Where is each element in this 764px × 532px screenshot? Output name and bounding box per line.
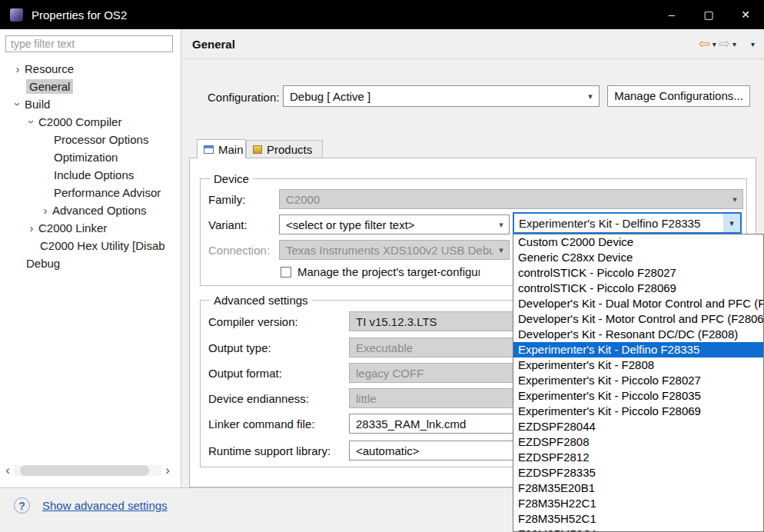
- tree-item-label: Optimization: [54, 151, 118, 164]
- dropdown-option[interactable]: Experimenter's Kit - Piccolo F28027: [513, 373, 763, 388]
- dropdown-option[interactable]: F28M35H52C1: [513, 511, 763, 527]
- manage-configurations-button[interactable]: Manage Configurations...: [607, 85, 750, 107]
- show-advanced-settings-link[interactable]: Show advanced settings: [42, 499, 168, 512]
- back-menu-caret-icon[interactable]: ▾: [713, 40, 716, 48]
- output-type-label: Output type:: [208, 341, 271, 354]
- tree-item-debug[interactable]: Debug: [0, 254, 180, 272]
- dropdown-option[interactable]: Developer's Kit - Dual Motor Control and…: [513, 296, 763, 311]
- scroll-right-icon[interactable]: ›: [161, 463, 174, 478]
- tab-main[interactable]: Main: [197, 139, 246, 158]
- maximize-button[interactable]: ▢: [690, 0, 727, 29]
- app-icon: [10, 8, 23, 22]
- dropdown-option[interactable]: Generic C28xx Device: [513, 250, 763, 265]
- dropdown-option[interactable]: Developer's Kit - Motor Control and PFC …: [513, 311, 763, 327]
- dropdown-option[interactable]: controlSTICK - Piccolo F28069: [513, 281, 763, 296]
- device-group-title: Device: [210, 172, 253, 185]
- connection-value: Texas Instruments XDS100v2 USB Debug Pro…: [280, 244, 493, 257]
- dropdown-option[interactable]: Experimenter's Kit - Piccolo F28069: [513, 404, 763, 419]
- device-endianness-label: Device endianness:: [208, 392, 309, 405]
- dropdown-option[interactable]: Experimenter's Kit - Piccolo F28035: [513, 388, 763, 404]
- configuration-select[interactable]: Debug [ Active ] ▾: [283, 85, 600, 107]
- page-title: General: [192, 38, 235, 51]
- forward-arrow-icon[interactable]: ⇨: [719, 37, 730, 51]
- window-title: Properties for OS2: [32, 8, 127, 22]
- manage-target-config-label: Manage the project's target-configuratio…: [297, 265, 480, 278]
- tree-item-label: Advanced Options: [52, 204, 147, 217]
- tree-item-label: Build: [25, 98, 50, 111]
- dropdown-option[interactable]: controlSTICK - Piccolo F28027: [513, 265, 763, 281]
- sidebar-horizontal-scrollbar[interactable]: ‹ ›: [2, 461, 174, 480]
- tab-label: Products: [267, 143, 312, 156]
- tree-item-c2000-linker[interactable]: › C2000 Linker: [0, 219, 180, 237]
- family-select: C2000 ▾: [279, 189, 743, 209]
- chevron-right-icon[interactable]: ›: [38, 204, 52, 217]
- tree-item-label: C2000 Hex Utility [Disab: [40, 239, 165, 252]
- tree-item-c2000-compiler[interactable]: › C2000 Compiler: [0, 113, 180, 131]
- titlebar: Properties for OS2 – ▢ ✕: [0, 0, 764, 29]
- runtime-support-library-label: Runtime support library:: [208, 444, 331, 457]
- variant-value: Experimenter's Kit - Delfino F28335: [514, 217, 723, 230]
- configuration-label: Configuration:: [208, 91, 279, 104]
- tree-item-resource[interactable]: › Resource: [0, 60, 180, 78]
- tree-item-label: General: [26, 79, 73, 94]
- scrollbar-track[interactable]: [14, 465, 161, 476]
- variant-select[interactable]: Experimenter's Kit - Delfino F28335 ▾: [513, 212, 742, 234]
- dropdown-option[interactable]: Custom C2000 Device: [513, 234, 763, 250]
- scroll-left-icon[interactable]: ‹: [2, 463, 14, 478]
- chevron-down-icon[interactable]: ▾: [582, 91, 599, 101]
- filter-input[interactable]: [5, 35, 173, 52]
- tree-item-general[interactable]: General: [0, 78, 180, 95]
- view-menu-caret-icon[interactable]: ▾: [751, 40, 755, 48]
- chevron-down-icon[interactable]: ›: [12, 98, 25, 111]
- tree-item-label: Performance Advisor: [54, 186, 161, 199]
- connection-label: Connection:: [208, 244, 270, 257]
- minimize-button[interactable]: –: [653, 0, 690, 29]
- dropdown-option[interactable]: EZDSPF28335: [513, 465, 763, 480]
- tree-item-build[interactable]: › Build: [0, 95, 180, 113]
- manage-target-config-checkbox[interactable]: [281, 267, 291, 278]
- advanced-settings-title: Advanced settings: [210, 294, 312, 307]
- variant-filter-value: <select or type filter text>: [280, 218, 493, 231]
- products-icon: [253, 145, 262, 154]
- forward-menu-caret-icon[interactable]: ▾: [732, 40, 736, 48]
- tab-products[interactable]: Products: [246, 140, 323, 158]
- connection-select: Texas Instruments XDS100v2 USB Debug Pro…: [279, 240, 510, 260]
- dropdown-option[interactable]: F28M35M52C1: [513, 527, 763, 532]
- dropdown-option-selected[interactable]: Experimenter's Kit - Delfino F28335: [513, 342, 763, 357]
- tree-item-performance-advisor[interactable]: Performance Advisor: [0, 184, 180, 201]
- dropdown-option[interactable]: Developer's Kit - Resonant DC/DC (F2808): [513, 327, 763, 342]
- sidebar: › Resource General › Build › C2000 Compi…: [0, 29, 181, 487]
- variant-filter-select[interactable]: <select or type filter text> ▾: [279, 214, 510, 234]
- dropdown-option[interactable]: EZDSPF2812: [513, 450, 763, 465]
- dropdown-option[interactable]: EZDSPF28044: [513, 419, 763, 434]
- tree-item-include-options[interactable]: Include Options: [0, 166, 180, 184]
- chevron-right-icon[interactable]: ›: [25, 221, 38, 234]
- dropdown-option[interactable]: Experimenter's Kit - F2808: [513, 357, 763, 373]
- tree-item-label: C2000 Linker: [38, 221, 107, 234]
- dropdown-option[interactable]: EZDSPF2808: [513, 434, 763, 450]
- chevron-down-icon[interactable]: ▾: [723, 214, 740, 232]
- window-controls: – ▢ ✕: [653, 0, 764, 29]
- form-icon: [204, 145, 214, 154]
- tree-item-label: C2000 Compiler: [38, 115, 121, 128]
- page-header: General ⇦ ▾ ⇨ ▾ ▾: [182, 29, 764, 59]
- properties-dialog: Properties for OS2 – ▢ ✕ › Resource Gene…: [0, 0, 764, 532]
- close-button[interactable]: ✕: [727, 0, 764, 29]
- tree-item-advanced-options[interactable]: › Advanced Options: [0, 201, 180, 219]
- tree-item-c2000-hex-utility[interactable]: C2000 Hex Utility [Disab: [0, 237, 180, 254]
- scrollbar-thumb[interactable]: [20, 465, 149, 476]
- output-format-label: Output format:: [208, 367, 282, 380]
- dropdown-option[interactable]: F28M35H22C1: [513, 496, 763, 511]
- chevron-right-icon[interactable]: ›: [11, 62, 25, 75]
- compiler-version-label: Compiler version:: [208, 315, 298, 328]
- tree-item-optimization[interactable]: Optimization: [0, 148, 180, 166]
- page-navigation: ⇦ ▾ ⇨ ▾ ▾: [699, 37, 755, 51]
- chevron-down-icon[interactable]: ›: [25, 115, 38, 129]
- configuration-value: Debug [ Active ]: [284, 90, 582, 103]
- chevron-down-icon[interactable]: ▾: [493, 220, 509, 230]
- help-icon[interactable]: ?: [14, 497, 30, 514]
- dropdown-option[interactable]: F28M35E20B1: [513, 480, 763, 496]
- tree-item-label: Include Options: [54, 168, 134, 181]
- tree-item-processor-options[interactable]: Processor Options: [0, 131, 180, 148]
- back-arrow-icon[interactable]: ⇦: [699, 37, 710, 51]
